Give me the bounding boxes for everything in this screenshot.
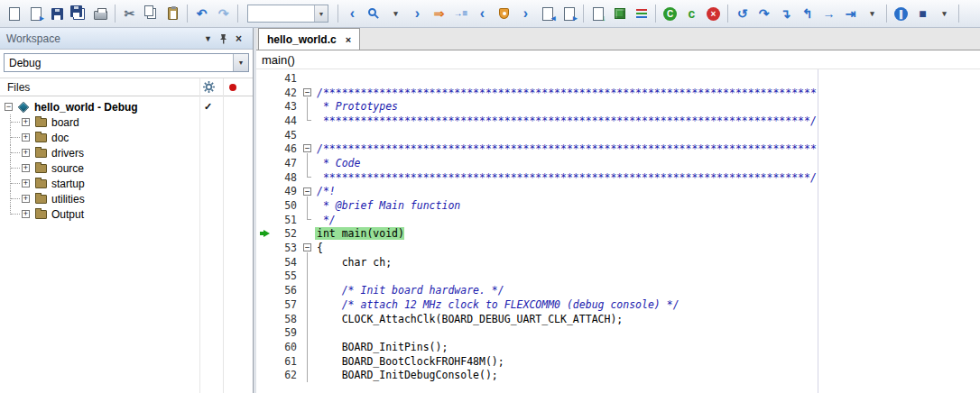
- breakpoint-gutter[interactable]: [256, 198, 276, 213]
- tree-item-label[interactable]: drivers: [51, 147, 84, 160]
- make-icon-button[interactable]: [609, 4, 630, 24]
- code-text[interactable]: * Prototypes: [315, 100, 398, 113]
- code-line-51[interactable]: 51 */: [256, 213, 980, 227]
- code-line-55[interactable]: 55: [256, 270, 980, 284]
- code-text[interactable]: char ch;: [315, 256, 392, 269]
- code-line-44[interactable]: 44 *************************************…: [256, 114, 980, 128]
- code-line-42[interactable]: 42−/************************************…: [256, 86, 980, 100]
- expand-icon[interactable]: +: [22, 179, 30, 187]
- code-line-52[interactable]: 52int main(void): [256, 227, 980, 242]
- prev-file-icon-button[interactable]: ◂: [537, 4, 558, 24]
- next-file-icon-button[interactable]: ▸: [559, 4, 579, 24]
- breakpoint-gutter[interactable]: [256, 270, 276, 284]
- run-to-cursor-icon-button[interactable]: ⇥: [840, 4, 861, 24]
- code-text[interactable]: BOARD_InitPins();: [315, 341, 448, 353]
- code-text[interactable]: BOARD_BootClockFROHF48M();: [315, 355, 504, 368]
- code-text[interactable]: ****************************************…: [315, 171, 817, 184]
- breakpoint-gutter[interactable]: [256, 283, 276, 297]
- tree-item-label[interactable]: source: [51, 162, 84, 175]
- breakpoint-gutter[interactable]: [256, 86, 276, 100]
- breakpoint-gutter[interactable]: [256, 213, 276, 227]
- code-text[interactable]: */: [315, 214, 336, 226]
- breakpoint-gutter[interactable]: [256, 128, 276, 142]
- compile-icon-button[interactable]: ↓: [587, 4, 608, 24]
- open-document-icon-button[interactable]: ▸: [25, 4, 46, 24]
- save-all-icon-button[interactable]: [69, 4, 89, 24]
- tree-item-utilities[interactable]: +utilities: [0, 191, 253, 206]
- tree-item-label[interactable]: startup: [51, 178, 85, 190]
- toggle-bookmark-icon-button[interactable]: →≡: [450, 4, 471, 24]
- code-line-57[interactable]: 57 /* attach 12 MHz clock to FLEXCOMM0 (…: [256, 297, 980, 312]
- code-area[interactable]: 4142−/**********************************…: [256, 69, 980, 393]
- print-icon-button[interactable]: [90, 4, 111, 24]
- breakpoint-gutter[interactable]: [256, 71, 276, 86]
- pin-icon[interactable]: [216, 33, 231, 44]
- code-line-48[interactable]: 48 *************************************…: [256, 170, 980, 185]
- copy-icon-button[interactable]: [141, 4, 162, 24]
- breakpoint-gutter[interactable]: [256, 312, 276, 326]
- code-text[interactable]: /* Init board hardware. */: [315, 284, 504, 297]
- breakpoint-gutter[interactable]: [256, 99, 276, 114]
- code-text[interactable]: {: [315, 242, 323, 254]
- breakpoint-gutter[interactable]: [256, 170, 276, 185]
- tree-item-source[interactable]: +source: [0, 160, 253, 176]
- next-bookmark-icon-button[interactable]: ›: [515, 4, 536, 24]
- debug-dropdown-icon-button[interactable]: ▾: [862, 4, 883, 24]
- redo-icon-button[interactable]: ↷: [213, 4, 234, 24]
- code-line-46[interactable]: 46−/************************************…: [256, 142, 980, 156]
- expand-icon[interactable]: +: [22, 164, 30, 172]
- expand-icon[interactable]: +: [22, 133, 30, 142]
- paste-icon-button[interactable]: [162, 4, 183, 24]
- next-statement-icon-button[interactable]: →: [818, 4, 839, 24]
- reset-icon-button[interactable]: ↺: [732, 4, 753, 24]
- files-options-gear-icon[interactable]: [203, 81, 215, 96]
- breakpoint-gutter[interactable]: [256, 340, 276, 354]
- tree-item-label[interactable]: utilities: [51, 193, 85, 206]
- code-line-58[interactable]: 58 CLOCK_AttachClk(BOARD_DEBUG_UART_CLK_…: [256, 312, 980, 326]
- code-line-53[interactable]: 53−{: [256, 241, 980, 255]
- code-text[interactable]: /*!: [315, 185, 336, 197]
- tree-item-board[interactable]: +board: [0, 114, 253, 130]
- tab-close-icon[interactable]: ×: [346, 34, 351, 45]
- tree-item-label[interactable]: board: [51, 116, 79, 129]
- breakpoint-gutter[interactable]: [256, 368, 276, 382]
- step-into-icon-button[interactable]: ↴: [775, 4, 796, 24]
- tree-item-drivers[interactable]: +drivers: [0, 145, 253, 160]
- code-text[interactable]: /***************************************…: [315, 87, 817, 99]
- expand-icon[interactable]: +: [22, 149, 30, 157]
- expand-icon[interactable]: +: [22, 210, 30, 218]
- code-line-60[interactable]: 60 BOARD_InitPins();: [256, 340, 980, 354]
- undo-icon-button[interactable]: ↶: [191, 4, 212, 24]
- goto-icon-button[interactable]: ⇒: [429, 4, 449, 24]
- expand-icon[interactable]: +: [22, 118, 30, 126]
- find-combo-value[interactable]: [248, 5, 314, 22]
- step-over-icon-button[interactable]: ↷: [753, 4, 774, 24]
- new-document-icon-button[interactable]: [4, 4, 24, 24]
- code-text[interactable]: /* attach 12 MHz clock to FLEXCOMM0 (deb…: [315, 298, 680, 311]
- code-line-47[interactable]: 47 * Code: [256, 156, 980, 170]
- code-line-62[interactable]: 62 BOARD_InitDebugConsole();: [256, 368, 980, 382]
- tree-item-label[interactable]: doc: [51, 132, 69, 144]
- breakpoint-gutter[interactable]: [256, 354, 276, 369]
- stop-build-icon-button[interactable]: ×: [703, 4, 724, 24]
- code-text[interactable]: CLOCK_AttachClk(BOARD_DEBUG_UART_CLK_ATT…: [315, 313, 623, 325]
- workspace-menu-icon[interactable]: ▼: [200, 34, 216, 43]
- code-line-49[interactable]: 49−/*!: [256, 185, 980, 199]
- code-line-54[interactable]: 54 char ch;: [256, 255, 980, 270]
- tree-item-label[interactable]: hello_world - Debug: [34, 101, 138, 114]
- find-dropdown-icon-button[interactable]: ▾: [385, 4, 406, 24]
- stop-dropdown-icon-button[interactable]: ▾: [934, 4, 955, 24]
- find-combo-dropdown-icon[interactable]: ▼: [314, 5, 328, 22]
- fold-collapse-icon[interactable]: −: [303, 144, 311, 152]
- code-line-45[interactable]: 45: [256, 128, 980, 142]
- code-text[interactable]: * @brief Main function: [315, 199, 460, 212]
- toggle-breakpoint-icon-button[interactable]: [494, 4, 514, 24]
- code-line-41[interactable]: 41: [256, 71, 980, 86]
- close-panel-icon[interactable]: ×: [231, 32, 246, 45]
- tab-hello-world-c[interactable]: hello_world.c ×: [258, 28, 360, 50]
- breakpoint-gutter[interactable]: [256, 185, 276, 199]
- nav-forward-icon-button[interactable]: ›: [407, 4, 428, 24]
- breakpoint-gutter[interactable]: [256, 241, 276, 255]
- function-scope-bar[interactable]: main(): [256, 50, 980, 69]
- config-dropdown[interactable]: Debug ▼: [4, 53, 249, 72]
